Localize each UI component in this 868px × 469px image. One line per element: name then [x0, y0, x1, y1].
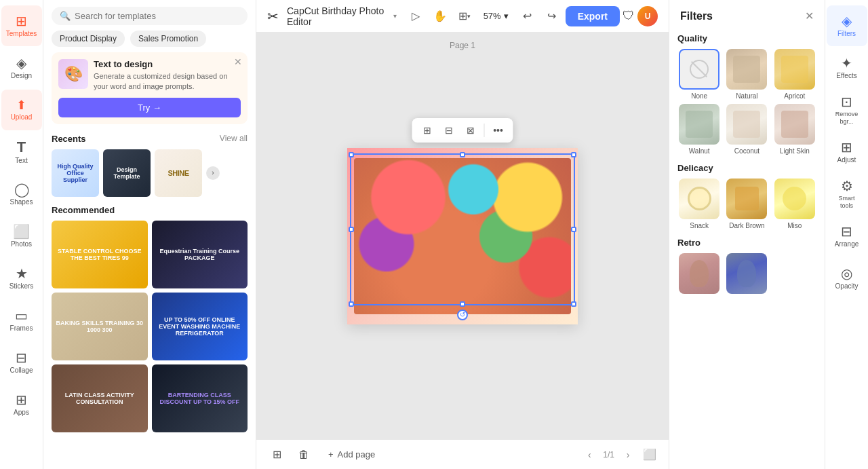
- sidebar-item-stickers[interactable]: ★ Stickers: [1, 258, 42, 299]
- filter-darkbrown-label: Dark Brown: [729, 222, 764, 229]
- undo-button[interactable]: ↩: [517, 5, 538, 27]
- remove-bg-tool-label: Removebgr...: [835, 111, 859, 126]
- sidebar-item-design[interactable]: ◈ Design: [1, 48, 42, 88]
- handle-bottom-right[interactable]: [571, 301, 576, 307]
- text-icon: T: [17, 140, 26, 155]
- sidebar-item-photos[interactable]: ⬜ Photos: [1, 216, 42, 257]
- filter-snack[interactable]: Snack: [677, 179, 721, 229]
- tool-effects[interactable]: ✦ Effects: [827, 48, 867, 88]
- filter-retro1[interactable]: [677, 253, 721, 297]
- search-input[interactable]: [75, 11, 239, 21]
- rec-item-4[interactable]: UP TO 50% OFF ONLINE EVENT WASHING MACHI…: [152, 293, 248, 360]
- close-filters-button[interactable]: ✕: [805, 10, 814, 22]
- recent-item-design[interactable]: Design Template: [103, 149, 151, 197]
- main-area: ✂ CapCut Birthday Photo Editor ▾ ▷ ✋ ⊞ ▾…: [256, 0, 669, 469]
- user-avatar[interactable]: U: [637, 6, 658, 26]
- sidebar-item-frames[interactable]: ▭ Frames: [1, 300, 42, 341]
- rec-item-6[interactable]: BARTENDING CLASS DISCOUNT UP TO 15% OFF: [152, 364, 248, 432]
- handle-middle-right[interactable]: [571, 227, 576, 232]
- filter-light-skin[interactable]: Light Skin: [773, 104, 816, 155]
- filter-natural-label: Natural: [736, 92, 757, 100]
- rec-item-3[interactable]: BAKING SKILLS TRAINING 30 1000 300: [52, 293, 148, 360]
- toolbar-group: ▷ ✋ ⊞ ▾ 57% ▾ ↩ ↪ Export 🛡 U: [405, 5, 658, 27]
- filter-none-label: None: [691, 92, 707, 100]
- sidebar-item-label-shapes: Shapes: [10, 198, 33, 206]
- add-page-icon: +: [328, 449, 334, 459]
- filter-miso-label: Miso: [787, 222, 802, 229]
- sidebar-item-upload[interactable]: ⬆ Upload: [1, 90, 42, 130]
- templates-panel: 🔍 Product Display Sales Promotion ✕ 🎨 Te…: [43, 0, 256, 469]
- float-crop-button[interactable]: ⊞: [418, 121, 437, 140]
- filter-coconut[interactable]: Coconut: [725, 104, 768, 155]
- tool-remove-bg[interactable]: ⊡ Removebgr...: [827, 90, 867, 130]
- recent-item-shine[interactable]: SHINE: [155, 149, 202, 197]
- view-options-button[interactable]: ⊞ ▾: [454, 5, 475, 27]
- sidebar-item-text[interactable]: T Text: [1, 132, 42, 172]
- stickers-icon: ★: [16, 267, 28, 280]
- hand-tool-button[interactable]: ✋: [429, 5, 451, 27]
- redo-button[interactable]: ↪: [541, 5, 563, 27]
- filter-walnut[interactable]: Walnut: [677, 104, 721, 155]
- handle-top-center[interactable]: [460, 152, 465, 157]
- filter-natural[interactable]: Natural: [725, 49, 768, 100]
- export-button[interactable]: Export: [566, 6, 620, 26]
- carousel-next-button[interactable]: ›: [206, 166, 220, 180]
- canvas-area[interactable]: Page 1 ⊞ ⊟ ⊠ •••: [256, 33, 669, 439]
- ttd-description: Generate a customized design based on yo…: [94, 71, 241, 92]
- project-name[interactable]: CapCut Birthday Photo Editor ▾: [287, 5, 397, 27]
- filter-retro1-thumb: [679, 253, 719, 294]
- filter-coconut-label: Coconut: [734, 147, 760, 155]
- tool-smart-tools[interactable]: ⚙ Smarttools: [827, 174, 867, 214]
- filter-dark-brown[interactable]: Dark Brown: [725, 179, 768, 229]
- rec-item-2[interactable]: Equestrian Training Course PACKAGE: [152, 221, 248, 288]
- zoom-control[interactable]: 57% ▾: [478, 8, 514, 24]
- filter-apricot[interactable]: Apricot: [773, 49, 816, 100]
- ttd-try-button[interactable]: Try →: [58, 98, 241, 117]
- view-all-button[interactable]: View all: [220, 134, 248, 143]
- recent-item-office[interactable]: High Quality Office Supplier: [52, 149, 99, 197]
- adjust-tool-icon: ⊞: [841, 140, 852, 154]
- rec-item-5[interactable]: LATIN CLASS ACTIVITY CONSULTATION: [52, 364, 148, 432]
- float-more-button[interactable]: •••: [489, 121, 508, 140]
- filters-tool-label: Filters: [837, 30, 856, 38]
- filter-miso[interactable]: Miso: [773, 179, 816, 229]
- page-prev-button[interactable]: ‹: [581, 447, 597, 463]
- delete-page-button[interactable]: 🗑: [294, 445, 313, 464]
- add-page-button[interactable]: + Add page: [321, 446, 382, 463]
- select-tool-button[interactable]: ▷: [405, 5, 427, 27]
- canvas-frame: ↺: [347, 148, 578, 324]
- filter-snack-thumb: [679, 179, 719, 219]
- float-edit-button[interactable]: ⊠: [461, 121, 480, 140]
- handle-top-right[interactable]: [571, 152, 576, 157]
- search-bar-container[interactable]: 🔍: [52, 7, 248, 25]
- sidebar-item-shapes[interactable]: ◯ Shapes: [1, 174, 42, 214]
- tool-filters[interactable]: ◈ Filters: [827, 5, 867, 46]
- filter-lightskin-thumb: [774, 104, 815, 145]
- zoom-level: 57%: [484, 11, 501, 21]
- delicacy-section-title: Delicacy: [677, 163, 816, 173]
- expand-button[interactable]: ⬜: [642, 447, 658, 463]
- tool-opacity[interactable]: ◎ Opacity: [827, 258, 867, 299]
- category-tab-product-display[interactable]: Product Display: [52, 31, 125, 47]
- recents-title: Recents: [52, 134, 86, 144]
- float-grid-button[interactable]: ⊟: [439, 121, 458, 140]
- filter-retro2[interactable]: [725, 253, 768, 297]
- handle-middle-left[interactable]: [349, 227, 354, 232]
- sidebar-item-apps[interactable]: ⊞ Apps: [1, 384, 42, 425]
- filter-coconut-thumb: [726, 104, 767, 145]
- filters-panel: Filters ✕ Quality None Natural: [669, 0, 825, 469]
- tool-adjust[interactable]: ⊞ Adjust: [827, 132, 867, 172]
- handle-bottom-left[interactable]: [349, 301, 354, 307]
- filter-none[interactable]: None: [677, 49, 721, 100]
- page-next-button[interactable]: ›: [620, 447, 636, 463]
- shield-icon: 🛡: [623, 9, 635, 23]
- tool-arrange[interactable]: ⊟ Arrange: [827, 216, 867, 257]
- category-tab-sales-promotion[interactable]: Sales Promotion: [130, 31, 206, 47]
- page-thumbnail-button[interactable]: ⊞: [267, 445, 286, 464]
- page-nav: ‹ 1/1 › ⬜: [581, 447, 658, 463]
- rec-item-1[interactable]: STABLE CONTROL CHOOSE THE BEST TIRES 99: [52, 221, 148, 288]
- close-banner-button[interactable]: ✕: [234, 56, 242, 67]
- sidebar-item-templates[interactable]: ⊞ Templates: [1, 5, 42, 46]
- sidebar-item-collage[interactable]: ⊟ Collage: [1, 342, 42, 383]
- handle-top-left[interactable]: [349, 152, 354, 157]
